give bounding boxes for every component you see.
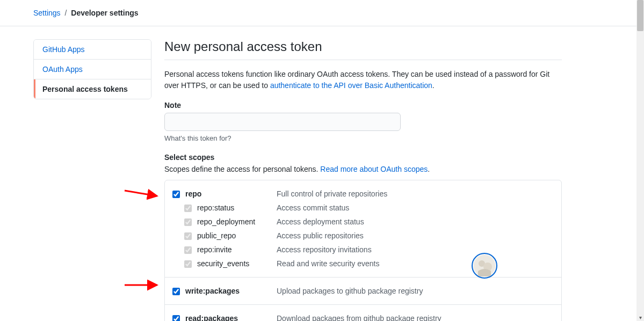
scope-name: repo_deployment [197,217,277,226]
scope-name: repo:status [197,203,277,212]
scope-name: security_events [197,259,277,268]
scope-child-row[interactable]: repo:inviteAccess repository invitations [172,243,554,257]
avatar-image-icon [474,255,495,276]
sidebar-item-github-apps[interactable]: GitHub Apps [34,40,151,60]
scope-row[interactable]: repoFull control of private repositories [172,187,554,201]
scope-name: read:packages [185,314,277,321]
scope-desc: Access deployment status [277,217,364,226]
scope-desc: Upload packages to github package regist… [277,287,423,295]
scope-checkbox[interactable] [172,288,180,295]
scope-checkbox[interactable] [172,315,180,321]
scopes-label: Select scopes [164,153,562,162]
main-content: New personal access token Personal acces… [164,39,562,321]
scopes-desc-text: Scopes define the access for personal to… [164,165,320,173]
breadcrumb-separator: / [62,9,69,17]
note-hint: What's this token for? [164,134,562,142]
scope-child-row[interactable]: public_repoAccess public repositories [172,229,554,243]
side-nav: GitHub Apps OAuth Apps Personal access t… [33,39,151,99]
scope-group: read:packagesDownload packages from gith… [165,305,561,321]
scope-desc: Download packages from github package re… [277,314,442,321]
description-text-post: . [432,81,435,90]
scopes-desc-post: . [428,165,430,173]
scope-child-row[interactable]: repo_deploymentAccess deployment status [172,215,554,229]
breadcrumb-current: Developer settings [71,9,138,17]
oauth-scopes-link[interactable]: Read more about OAuth scopes [320,165,428,173]
scope-checkbox [184,205,192,212]
scope-desc: Read and write security events [277,259,379,268]
breadcrumb-root-link[interactable]: Settings [33,9,61,17]
scope-group: write:packagesUpload packages to github … [165,278,561,305]
scope-desc: Access repository invitations [277,245,372,254]
scrollbar[interactable]: ▾ [636,0,644,321]
annotation-arrow-icon [124,278,161,293]
scrollbar-thumb[interactable] [637,0,643,31]
page-description: Personal access tokens function like ord… [164,69,562,91]
avatar[interactable] [472,253,497,279]
scope-desc: Access commit status [277,203,349,212]
breadcrumb: Settings / Developer settings [0,0,644,26]
auth-api-link[interactable]: authenticate to the API over Basic Authe… [270,81,432,90]
note-label: Note [164,101,562,110]
scope-child-row[interactable]: repo:statusAccess commit status [172,201,554,215]
scope-checkbox [184,246,192,254]
sidebar-item-personal-access-tokens[interactable]: Personal access tokens [34,79,151,99]
scope-desc: Access public repositories [277,231,364,240]
scopes-box: repoFull control of private repositories… [164,180,562,321]
scope-desc: Full control of private repositories [277,189,387,198]
scopes-description: Scopes define the access for personal to… [164,165,562,173]
sidebar: GitHub Apps OAuth Apps Personal access t… [33,39,151,99]
scope-checkbox [184,260,192,268]
scope-group: repoFull control of private repositories… [165,180,561,278]
scope-checkbox [184,232,192,240]
scope-name: write:packages [185,287,277,295]
scrollbar-down-icon[interactable]: ▾ [636,313,644,321]
page-title: New personal access token [164,39,562,60]
scope-row[interactable]: write:packagesUpload packages to github … [172,284,554,298]
sidebar-item-oauth-apps[interactable]: OAuth Apps [34,60,151,79]
scope-checkbox [184,218,192,226]
scope-name: repo:invite [197,245,277,254]
scope-row[interactable]: read:packagesDownload packages from gith… [172,311,554,321]
annotation-arrow-icon [124,186,161,201]
svg-line-1 [125,191,157,196]
scope-name: repo [185,189,277,198]
scope-checkbox[interactable] [172,191,180,198]
note-input[interactable] [164,113,401,131]
scope-name: public_repo [197,231,277,240]
